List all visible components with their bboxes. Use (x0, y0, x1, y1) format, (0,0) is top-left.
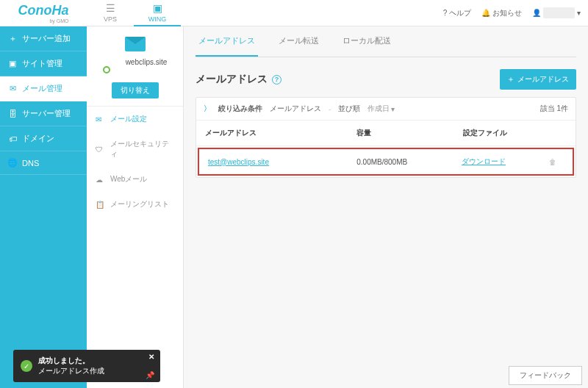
notice-link[interactable]: 🔔 お知らせ (481, 8, 522, 18)
nav-mail-mgmt-label: メール管理 (22, 83, 62, 94)
download-link[interactable]: ダウンロード (462, 157, 506, 165)
left-nav: ＋サーバー追加 ▣サイト管理 ✉メール管理 🗄サーバー管理 🏷ドメイン 🌐DNS (0, 26, 87, 388)
feedback-button[interactable]: フィードバック (509, 366, 582, 385)
trash-icon: 🗑 (549, 158, 556, 166)
tab-addresses[interactable]: メールアドレス (196, 26, 258, 57)
chevron-down-icon: ▾ (577, 9, 581, 17)
globe-icon: 🌐 (7, 158, 18, 168)
cloud-icon: ☁ (96, 176, 104, 184)
page-title-text: メールアドレス (196, 73, 268, 86)
sub-nav: webclips.site 切り替え ✉メール設定 🛡メールセキュリティ ☁We… (87, 26, 184, 388)
tab-wing-label: WING (148, 15, 167, 23)
gear-icon: ✉ (96, 115, 104, 123)
subnav-mail-security-label: メールセキュリティ (110, 139, 174, 159)
status-icon (103, 66, 110, 73)
subnav-mail-settings-label: メール設定 (110, 114, 147, 124)
address-panel: 〉 絞り込み条件 メールアドレス - 並び順 作成日▾ 該当 1件 メールアドレ… (196, 97, 576, 178)
help-link[interactable]: ? ヘルプ (443, 8, 472, 18)
switch-domain-button[interactable]: 切り替え (112, 82, 159, 98)
nav-server-mgmt[interactable]: 🗄サーバー管理 (0, 101, 87, 126)
separator: - (329, 105, 331, 113)
col-file-header: 設定ファイル (463, 128, 552, 138)
nav-mail-mgmt[interactable]: ✉メール管理 (0, 76, 87, 101)
add-address-label: メールアドレス (517, 74, 569, 85)
close-icon[interactable]: ✕ (148, 353, 154, 361)
logo-text: ConoHa (18, 3, 69, 18)
tab-forward[interactable]: メール転送 (276, 26, 322, 57)
col-address-header: メールアドレス (205, 128, 356, 138)
domain-block: webclips.site 切り替え (87, 26, 183, 107)
subnav-mail-security[interactable]: 🛡メールセキュリティ (87, 132, 183, 167)
plus-icon: ＋ (7, 33, 18, 44)
check-icon: ✓ (21, 360, 32, 372)
wing-icon: ▣ (153, 2, 162, 14)
capacity-value: 0.00MB/800MB (356, 158, 462, 166)
sort-value[interactable]: 作成日▾ (368, 104, 395, 114)
col-capacity-header: 容量 (356, 128, 463, 138)
nav-site-mgmt[interactable]: ▣サイト管理 (0, 51, 87, 76)
user-icon: 👤 (532, 9, 541, 17)
result-count: 該当 1件 (540, 104, 568, 114)
mail-icon: ✉ (7, 84, 18, 93)
nav-dns-label: DNS (22, 159, 39, 168)
help-icon: ? (443, 9, 448, 17)
chevron-right-icon: 〉 (204, 104, 211, 114)
filter-label: 絞り込み条件 (218, 104, 262, 114)
subnav-mail-settings[interactable]: ✉メール設定 (87, 107, 183, 132)
help-icon[interactable]: ? (272, 75, 282, 85)
list-icon: 📋 (96, 201, 104, 209)
nav-site-mgmt-label: サイト管理 (22, 58, 62, 69)
nav-server-add-label: サーバー追加 (22, 33, 71, 44)
logo-subtext: by GMO (18, 18, 69, 24)
nav-domain[interactable]: 🏷ドメイン (0, 126, 87, 151)
subnav-mailing-list[interactable]: 📋メーリングリスト (87, 192, 183, 217)
help-label: ヘルプ (449, 8, 471, 18)
mail-large-icon (125, 37, 146, 51)
site-icon: ▣ (7, 59, 18, 68)
nav-domain-label: ドメイン (22, 133, 54, 144)
user-name (543, 7, 575, 18)
page-title: メールアドレス ? (196, 73, 282, 86)
address-link[interactable]: test@webclips.site (208, 158, 269, 166)
tab-vps-label: VPS (104, 15, 117, 23)
nav-dns[interactable]: 🌐DNS (0, 151, 87, 175)
notice-label: お知らせ (492, 8, 522, 18)
success-toast: ✓ 成功しました。 メールアドレス作成 ✕ 📌 (13, 350, 160, 382)
tab-local[interactable]: ローカル配送 (340, 26, 394, 57)
sort-label: 並び順 (338, 104, 360, 114)
logo[interactable]: ConoHa by GMO (0, 0, 87, 26)
user-menu[interactable]: 👤 ▾ (532, 7, 581, 18)
server-icon: ☰ (106, 2, 115, 14)
panel-filter-bar[interactable]: 〉 絞り込み条件 メールアドレス - 並び順 作成日▾ 該当 1件 (196, 98, 576, 121)
pin-icon[interactable]: 📌 (146, 371, 154, 379)
add-address-button[interactable]: ＋ メールアドレス (500, 69, 576, 90)
shield-icon: 🛡 (96, 146, 104, 154)
delete-button[interactable]: 🗑 (549, 158, 564, 166)
tag-icon: 🏷 (7, 134, 18, 143)
sort-desc-icon: ▾ (391, 105, 395, 113)
nav-server-add[interactable]: ＋サーバー追加 (0, 26, 87, 51)
main-content: メールアドレス メール転送 ローカル配送 メールアドレス ? ＋ メールアドレス… (184, 26, 588, 388)
toast-body: メールアドレス作成 (38, 366, 104, 376)
server-icon: 🗄 (7, 109, 18, 118)
filter-field: メールアドレス (270, 104, 321, 114)
subnav-webmail[interactable]: ☁Webメール (87, 167, 183, 192)
domain-name: webclips.site (126, 58, 168, 66)
tab-vps[interactable]: ☰ VPS (87, 0, 134, 26)
subnav-webmail-label: Webメール (110, 174, 147, 184)
bell-icon: 🔔 (481, 9, 490, 17)
table-row: test@webclips.site 0.00MB/800MB ダウンロード 🗑 (198, 148, 574, 176)
toast-title: 成功しました。 (38, 356, 104, 366)
tab-wing[interactable]: ▣ WING (134, 0, 181, 26)
subnav-mailing-list-label: メーリングリスト (110, 199, 169, 209)
table-header: メールアドレス 容量 設定ファイル (196, 121, 576, 146)
nav-server-mgmt-label: サーバー管理 (22, 108, 71, 119)
plus-icon: ＋ (507, 74, 514, 85)
